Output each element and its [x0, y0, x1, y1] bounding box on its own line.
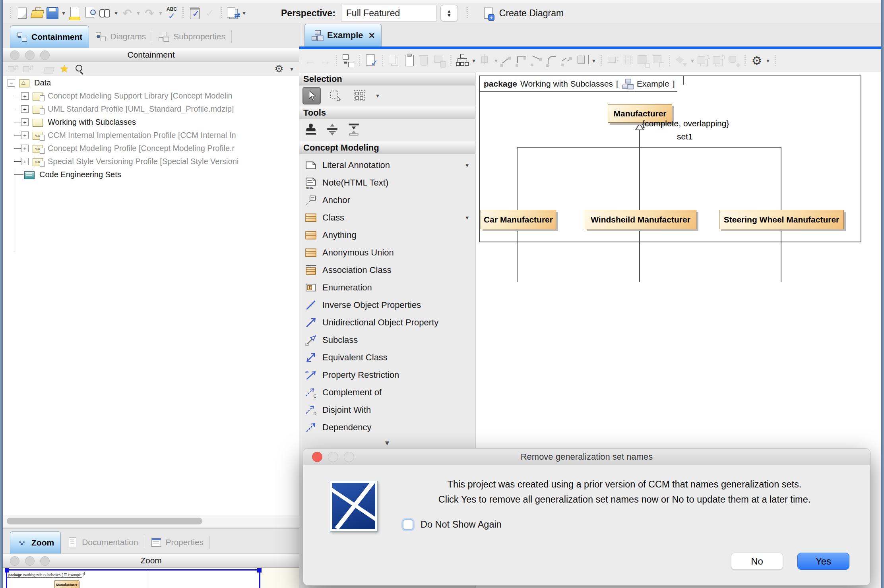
path-zigzag-icon[interactable] — [560, 53, 575, 68]
dropdown-caret-icon[interactable]: ▾ — [240, 6, 248, 21]
find-icon[interactable] — [97, 6, 112, 21]
vertical-distribute-icon[interactable] — [326, 122, 339, 138]
tree-item-concept-modeling-profile[interactable]: +Concept Modeling Profile [Concept Model… — [3, 142, 299, 155]
palette-item-subclass[interactable]: Subclass — [299, 331, 475, 349]
expand-node-icon[interactable]: + — [21, 132, 29, 139]
expand-node-icon[interactable]: + — [21, 118, 29, 126]
tab-documentation[interactable]: Documentation — [61, 531, 144, 553]
diagram-check-icon[interactable] — [364, 53, 379, 68]
tab-containment[interactable]: Containment — [10, 25, 89, 48]
palette-item-dependency[interactable]: Dependency — [299, 419, 475, 436]
perspective-combobox[interactable]: Full Featured — [341, 5, 436, 21]
dialog-close-icon[interactable] — [312, 452, 322, 462]
zoom-handle[interactable] — [257, 568, 262, 573]
expand-node-icon[interactable]: + — [21, 105, 29, 113]
generalization-constraint-label[interactable]: {complete, overlapping} — [642, 119, 729, 128]
tab-example[interactable]: Example × — [304, 24, 382, 46]
palette-item-enumeration[interactable]: Enumeration — [299, 279, 475, 296]
open-project-icon[interactable] — [30, 6, 45, 21]
layout-tree-icon[interactable] — [455, 53, 470, 68]
palette-section-concept-modeling[interactable]: Concept Modeling — [299, 141, 475, 154]
path-rectilinear-icon[interactable] — [515, 53, 530, 68]
model-transform-icon[interactable] — [225, 6, 240, 21]
palette-section-selection[interactable]: Selection — [299, 72, 475, 85]
dropdown-caret-icon[interactable]: ▾ — [112, 6, 120, 21]
no-button[interactable]: No — [731, 553, 783, 570]
generalization-set-name-label[interactable]: set1 — [677, 132, 693, 141]
dropdown-caret-icon[interactable]: ▾ — [590, 53, 597, 68]
path-swap-icon[interactable] — [575, 53, 590, 68]
palette-item-disjoint-with[interactable]: Disjoint With — [299, 401, 475, 419]
new-file-icon[interactable] — [15, 6, 30, 21]
class-windsheild-manufacturer[interactable]: Windsheild Manufacturer — [585, 210, 696, 229]
palette-item-class[interactable]: Class▾ — [299, 209, 475, 226]
tab-subproperties[interactable]: Subproperties — [152, 25, 232, 48]
class-steering-wheel-manufacturer[interactable]: Steering Wheel Manufacturer — [719, 210, 844, 229]
favorites-star-icon[interactable] — [58, 63, 70, 75]
dropdown-caret-icon[interactable]: ▾ — [60, 6, 67, 21]
class-car-manufacturer[interactable]: Car Manufacturer — [481, 210, 556, 229]
do-not-show-again-checkbox[interactable] — [403, 519, 413, 530]
dropdown-caret-icon[interactable]: ▾ — [764, 53, 772, 68]
tree-item-uml-standard-profile[interactable]: +UML Standard Profile [UML_Standard_Prof… — [3, 103, 299, 116]
palette-item-anchor[interactable]: Anchor — [299, 191, 475, 209]
selection-caret-icon[interactable]: ▾ — [374, 88, 381, 103]
containment-icon[interactable] — [341, 53, 356, 68]
tab-diagrams[interactable]: Diagrams — [89, 25, 152, 48]
tree-item-data[interactable]: −Data — [3, 76, 299, 89]
palette-item-association-class[interactable]: Association Class — [299, 261, 475, 279]
tree-item-working-with-subclasses[interactable]: +Working with Subclasses — [3, 116, 299, 129]
validate-icon[interactable] — [187, 6, 202, 21]
close-tab-icon[interactable]: × — [369, 29, 375, 42]
palette-item-complement-of[interactable]: Complement of — [299, 384, 475, 401]
tab-zoom[interactable]: Zoom — [10, 531, 61, 553]
tree-item-ccm-internal-implementation[interactable]: +CCM Internal Implementation Profile [CC… — [3, 129, 299, 142]
palette-item-property-restriction[interactable]: Property Restriction — [299, 366, 475, 384]
palette-item-equivalent-class[interactable]: Equivalent Class — [299, 349, 475, 366]
paste-icon[interactable] — [402, 53, 417, 68]
marquee-select-button[interactable] — [326, 87, 345, 104]
palette-item-caret-icon[interactable]: ▾ — [465, 214, 469, 221]
perspective-stepper[interactable]: ▴▾ — [440, 5, 458, 21]
palette-scroll-down-icon[interactable]: ▼ — [299, 439, 475, 447]
create-diagram-button[interactable]: Create Diagram — [482, 6, 564, 21]
multi-select-button[interactable] — [350, 87, 368, 104]
expand-node-icon[interactable]: + — [21, 92, 29, 100]
tree-item-concept-modeling-support[interactable]: +Concept Modeling Support Library [Conce… — [3, 89, 299, 103]
generalization-horizontal-line[interactable] — [517, 147, 781, 148]
tree-item-code-engineering-sets[interactable]: Code Engineering Sets — [3, 168, 299, 181]
palette-item-anything[interactable]: Anything — [299, 226, 475, 244]
tab-properties[interactable]: Properties — [144, 531, 210, 553]
palette-item-note-html-text-[interactable]: Note(HTML Text) — [299, 174, 475, 191]
search-icon[interactable] — [74, 63, 85, 75]
path-curve-icon[interactable] — [545, 53, 560, 68]
zoom-viewport-rectangle[interactable] — [6, 569, 260, 588]
palette-item-caret-icon[interactable]: ▾ — [465, 162, 469, 169]
spell-check-icon[interactable] — [164, 6, 179, 21]
dropdown-caret-icon[interactable]: ▾ — [470, 53, 477, 68]
gear-icon[interactable] — [749, 53, 764, 68]
tree-item-special-style-versioning[interactable]: +Special Style Versioning Profile [Speci… — [3, 155, 299, 168]
palette-item-unidirectional-object-property[interactable]: Unidirectional Object Property — [299, 314, 475, 331]
zoom-handle[interactable] — [5, 568, 9, 573]
collapse-node-icon[interactable]: − — [8, 79, 15, 87]
palette-item-inverse-object-properties[interactable]: Inverse Object Properties — [299, 296, 475, 314]
document-export-icon[interactable] — [67, 6, 82, 21]
palette-section-tools[interactable]: Tools — [299, 106, 475, 119]
expand-node-icon[interactable]: + — [21, 158, 29, 165]
yes-button[interactable]: Yes — [797, 553, 849, 570]
save-project-icon[interactable] — [45, 6, 60, 21]
stamp-tool-icon[interactable] — [304, 122, 318, 138]
document-preview-icon[interactable] — [82, 6, 97, 21]
expand-node-icon[interactable]: + — [21, 145, 29, 152]
path-oblique-icon[interactable] — [500, 53, 515, 68]
palette-item-anonymous-union[interactable]: Anonymous Union — [299, 244, 475, 261]
select-cursor-button[interactable] — [302, 87, 321, 104]
path-bezier-icon[interactable] — [530, 53, 545, 68]
generalization-trunk-line[interactable] — [639, 130, 640, 282]
tree-settings-caret-icon[interactable]: ▾ — [288, 62, 295, 77]
package-frame-header[interactable]: package Working with Subclasses [ Exampl… — [479, 75, 684, 92]
scrollbar-thumb[interactable] — [7, 518, 202, 524]
vertical-compact-icon[interactable] — [347, 122, 361, 138]
tree-settings-gear-icon[interactable] — [273, 63, 285, 75]
